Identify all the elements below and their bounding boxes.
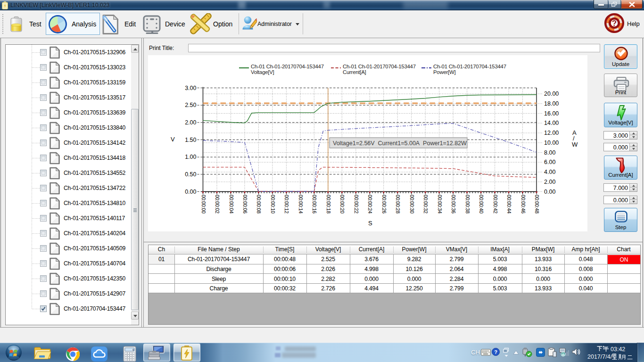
- svg-text:1.50: 1.50: [185, 137, 196, 143]
- svg-text:0.00: 0.00: [544, 189, 555, 195]
- svg-text:00:00:36: 00:00:36: [451, 195, 456, 214]
- svg-text:0.50: 0.50: [185, 171, 196, 178]
- svg-text:00:00:42: 00:00:42: [493, 195, 498, 214]
- svg-text:Voltage1=2.56V Current1=5.00A: Voltage1=2.56V Current1=5.00A Power1=12.…: [333, 140, 467, 147]
- svg-text:00:00:28: 00:00:28: [395, 195, 401, 214]
- svg-text:?: ?: [612, 19, 617, 27]
- svg-text:00:00:18: 00:00:18: [326, 195, 331, 214]
- svg-text:00:00:20: 00:00:20: [339, 195, 345, 214]
- svg-text:Current[A]: Current[A]: [343, 69, 366, 75]
- svg-text:00:00:24: 00:00:24: [367, 195, 373, 214]
- svg-text:3.00: 3.00: [185, 85, 196, 91]
- svg-text:20.00: 20.00: [544, 90, 559, 97]
- svg-text:18.00: 18.00: [544, 100, 559, 107]
- svg-text:2017/7/4/: 2017/7/4/: [587, 354, 612, 360]
- svg-text:Voltage[V]: Voltage[V]: [251, 69, 274, 75]
- svg-text:2.00: 2.00: [185, 119, 196, 126]
- svg-text:12.00: 12.00: [544, 130, 559, 136]
- svg-text:Ch-01 Ch-01-20170704-153447: Ch-01 Ch-01-20170704-153447: [251, 64, 324, 69]
- svg-text:10.00: 10.00: [544, 140, 559, 146]
- svg-text:00:00:10: 00:00:10: [270, 195, 276, 214]
- svg-text:00:00:26: 00:00:26: [381, 195, 387, 214]
- svg-text:00:00:06: 00:00:06: [242, 195, 248, 214]
- svg-text:V: V: [171, 136, 175, 143]
- svg-text:0.00: 0.00: [185, 189, 196, 195]
- svg-text:8.00: 8.00: [544, 149, 555, 156]
- svg-text:00:00:46: 00:00:46: [520, 195, 526, 214]
- svg-text:00:00:44: 00:00:44: [506, 195, 512, 214]
- svg-text:0: 0: [132, 348, 134, 352]
- svg-text:00:00:16: 00:00:16: [312, 195, 317, 214]
- svg-text:00:00:48: 00:00:48: [534, 195, 540, 214]
- svg-text:00:00:40: 00:00:40: [479, 195, 484, 214]
- svg-text:?: ?: [494, 349, 497, 355]
- svg-text:00:00:04: 00:00:04: [229, 195, 234, 214]
- svg-text:W: W: [572, 141, 578, 148]
- svg-text:14.00: 14.00: [544, 120, 559, 126]
- svg-text:Ch-01 Ch-01-20170704-153447: Ch-01 Ch-01-20170704-153447: [343, 64, 416, 69]
- svg-text:00:00:12: 00:00:12: [284, 195, 289, 214]
- svg-text:16.00: 16.00: [544, 110, 559, 117]
- svg-text:00:00:00: 00:00:00: [201, 195, 206, 214]
- svg-text:Power[W]: Power[W]: [433, 69, 455, 75]
- svg-text:00:00:38: 00:00:38: [465, 195, 471, 214]
- svg-text:00:00:22: 00:00:22: [354, 195, 359, 214]
- svg-text:2.00: 2.00: [544, 179, 555, 185]
- svg-text:S: S: [368, 220, 372, 227]
- svg-text:4.00: 4.00: [544, 169, 555, 175]
- svg-text:00:00:08: 00:00:08: [256, 195, 262, 214]
- svg-text:1.00: 1.00: [185, 154, 196, 160]
- svg-text:00:00:14: 00:00:14: [298, 195, 304, 214]
- svg-text:6.00: 6.00: [544, 159, 555, 165]
- svg-text:00:00:30: 00:00:30: [409, 195, 415, 214]
- svg-text:00:00:34: 00:00:34: [437, 195, 443, 214]
- svg-text:2.50: 2.50: [185, 102, 196, 108]
- svg-text:00:00:02: 00:00:02: [215, 195, 220, 214]
- svg-text:Ch-01 Ch-01-20170704-153447: Ch-01 Ch-01-20170704-153447: [433, 64, 506, 69]
- svg-text:00:00:32: 00:00:32: [423, 195, 429, 214]
- svg-text:03:42: 03:42: [611, 346, 625, 352]
